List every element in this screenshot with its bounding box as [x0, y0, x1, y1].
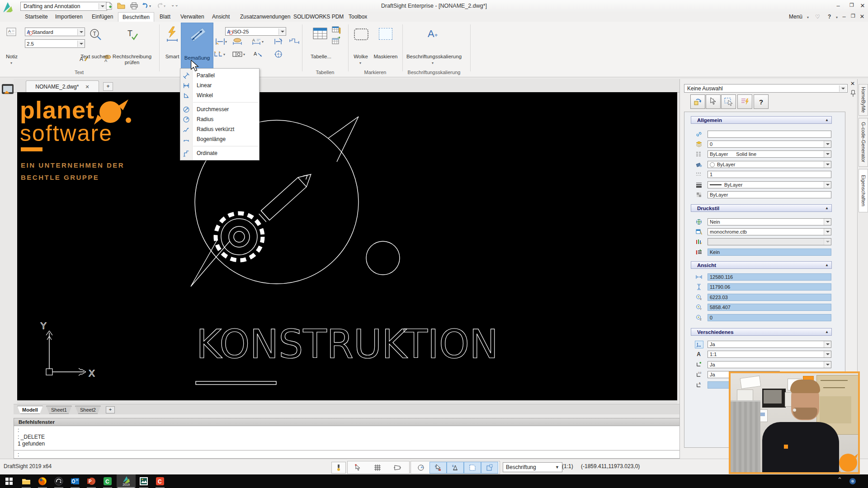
field-transparency[interactable]: ByLayer	[708, 191, 831, 198]
taskbar-camtasia-icon[interactable]: C	[102, 476, 113, 487]
table-export-button[interactable]	[332, 37, 341, 46]
panel-pin-icon[interactable]	[850, 90, 856, 97]
select-window-button[interactable]	[721, 94, 736, 109]
drawing-canvas[interactable]: planet software EIN UNTERNEHMEN DER BECH…	[17, 92, 677, 400]
selection-filter-select[interactable]: Keine Auswahl	[684, 84, 848, 93]
tab-blatt[interactable]: Blatt	[156, 13, 175, 21]
section-header-verschiedenes[interactable]: Verschiedenes	[691, 328, 832, 336]
menu-item-parallel[interactable]: Parallel	[180, 70, 259, 80]
tab-startseite[interactable]: Startseite	[21, 13, 52, 21]
snap-button[interactable]	[349, 462, 366, 474]
feedback-heart-icon[interactable]: ♡	[815, 14, 820, 20]
field-linecolor[interactable]: ByLayer	[708, 161, 831, 168]
undo-menu-arrow[interactable]: ▾	[149, 4, 151, 8]
mask-icon[interactable]	[379, 28, 392, 40]
section-header-druckstil[interactable]: Druckstil	[691, 204, 832, 212]
tab-einfuegen[interactable]: Einfügen	[88, 13, 117, 21]
annotation-scale-icon[interactable]: A+	[428, 28, 438, 40]
dim-hand-button[interactable]	[232, 38, 242, 45]
dim-tolerance-button[interactable]: ▾	[232, 51, 245, 58]
menu-button[interactable]: Menü	[789, 14, 802, 20]
entity-frames-button[interactable]	[464, 462, 481, 474]
dim-text-angle-button[interactable]: A▾	[252, 38, 264, 45]
sheet-tab-modell[interactable]: Modell	[17, 406, 43, 414]
dim-oblique-button[interactable]	[273, 38, 283, 45]
menu-item-radius[interactable]: Radius	[180, 114, 259, 124]
table-edit-button[interactable]	[332, 26, 341, 36]
field-linestyle[interactable]: ByLayerSolid line	[708, 150, 831, 158]
tab-importieren[interactable]: Importieren	[51, 13, 87, 21]
dropdown-arrow[interactable]: ▾	[243, 52, 245, 56]
doc-restore-button[interactable]: ❐	[849, 13, 857, 19]
taskbar-firefox-icon[interactable]	[37, 476, 48, 487]
esnap-button[interactable]: E	[429, 462, 447, 474]
help-button[interactable]: ?	[828, 14, 831, 20]
revision-cloud-icon[interactable]	[354, 28, 368, 40]
menu-item-ordinate[interactable]: Ordinate	[180, 148, 259, 158]
table-button[interactable]	[313, 27, 327, 41]
sheet-tab-sheet2[interactable]: Sheet2	[75, 406, 101, 414]
taskbar-explorer-icon[interactable]	[21, 476, 32, 487]
dim-ordinate-button[interactable]: ▾	[213, 51, 225, 58]
panel-close-icon[interactable]: ✕	[850, 80, 855, 87]
notiz-arrow[interactable]: ▾	[10, 61, 12, 65]
field-plotstyle[interactable]: Nein	[708, 218, 831, 225]
field-plotstyle-kein[interactable]: Kein	[708, 249, 831, 256]
dropdown-arrow[interactable]: ▾	[262, 40, 264, 44]
menu-item-linear[interactable]: Linear	[180, 80, 259, 90]
tray-app-icon[interactable]	[848, 477, 857, 486]
menu-item-durchmesser[interactable]: Durchmesser	[180, 104, 259, 114]
undo-button[interactable]	[140, 1, 150, 10]
tab-zusatzanwendungen[interactable]: Zusatzanwendungen	[236, 13, 294, 21]
doc-minimize-button[interactable]: –	[840, 13, 848, 20]
dim-style-select[interactable]: A ISO-25	[225, 27, 286, 36]
text-size-select[interactable]: 2.5	[25, 39, 85, 48]
side-tab-eigenschaften[interactable]: Eigenschaften	[859, 169, 868, 212]
dim-baseline-button[interactable]: ▾	[215, 38, 227, 45]
field-plotstyle-table[interactable]: monochrome.ctb	[708, 228, 831, 235]
help-arrow[interactable]: ▾	[836, 15, 838, 19]
dropdown-arrow[interactable]: ▾	[225, 40, 227, 44]
sheet-tab-sheet1[interactable]: Sheet1	[46, 406, 72, 414]
taskbar-red-app-icon[interactable]: C	[155, 476, 165, 487]
dropdown-arrow[interactable]: ▾	[223, 52, 225, 56]
taskbar-media-app-icon[interactable]	[53, 476, 64, 487]
side-tab-homebyme[interactable]: HomeByMe	[859, 84, 868, 116]
field-hyperlink[interactable]	[708, 131, 831, 138]
tab-verwalten[interactable]: Verwalten	[176, 13, 208, 21]
workspace-select[interactable]: Drafting and Annotation	[20, 2, 107, 11]
window-minimize-button[interactable]: –	[833, 2, 844, 9]
tab-solidworks-pdm[interactable]: SOLIDWORKS PDM	[289, 13, 348, 21]
annoscale-status-select[interactable]: Beschriftung ▼	[503, 462, 562, 472]
print-button[interactable]	[129, 1, 139, 10]
window-close-button[interactable]: ✕	[857, 2, 868, 9]
close-icon[interactable]: ✕	[85, 84, 89, 90]
open-file-button[interactable]	[116, 1, 126, 10]
section-header-allgemein[interactable]: Allgemein	[691, 116, 832, 124]
quick-properties-button[interactable]	[737, 94, 752, 109]
side-tab-gcode[interactable]: G-code-Generator	[859, 118, 868, 167]
tab-toolbox[interactable]: Toolbox	[344, 13, 371, 21]
command-window-header[interactable]: Befehlsfenster	[14, 418, 692, 426]
window-restore-button[interactable]: ❐	[846, 2, 857, 8]
horizontal-scrollbar[interactable]	[17, 400, 677, 404]
text-style-select[interactable]: A Standard	[25, 28, 85, 36]
tray-expand-icon[interactable]: ⌃	[837, 476, 842, 483]
spellcheck-button[interactable]: T	[125, 28, 138, 43]
field-linescale[interactable]: 1	[708, 171, 831, 178]
add-sheet-button[interactable]: +	[106, 406, 115, 413]
wolke-arrow[interactable]: ▾	[359, 61, 361, 65]
taskbar-outlook-icon[interactable]	[70, 476, 80, 487]
doc-close-button[interactable]: ✕	[858, 13, 866, 20]
command-history[interactable]: : : _DELETE 1 gefunden	[14, 426, 692, 450]
menu-item-bogenlaenge[interactable]: Bogenlänge	[180, 134, 259, 144]
select-matching-button[interactable]	[690, 94, 705, 109]
taskbar-draftsight-active[interactable]: 2019	[117, 474, 136, 488]
text-search-button[interactable]: T	[89, 28, 102, 43]
notiz-button[interactable]: A	[6, 27, 16, 38]
field-ucs-icon[interactable]: Ja	[708, 341, 831, 348]
field-layer[interactable]: 0	[708, 141, 831, 148]
dim-jog-line-button[interactable]	[289, 38, 299, 45]
tab-beschriften[interactable]: Beschriften	[118, 12, 154, 22]
document-tab[interactable]: NONAME_2.dwg* ✕	[26, 80, 99, 93]
